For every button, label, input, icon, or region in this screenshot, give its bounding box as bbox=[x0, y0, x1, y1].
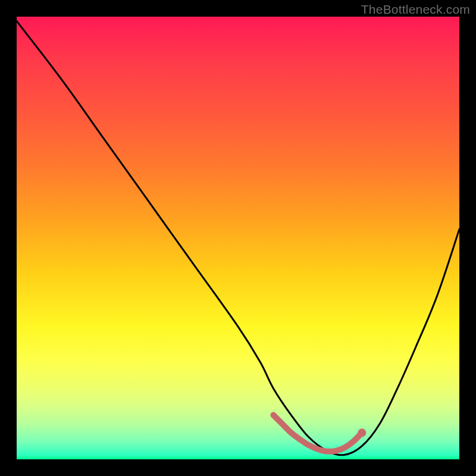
recommended-range bbox=[274, 415, 362, 452]
range-end-dot bbox=[358, 428, 366, 437]
plot-area bbox=[17, 17, 459, 459]
watermark-text: TheBottleneck.com bbox=[361, 2, 470, 17]
chart-frame: TheBottleneck.com bbox=[0, 0, 476, 476]
chart-svg bbox=[17, 17, 459, 459]
bottleneck-curve bbox=[17, 21, 459, 455]
